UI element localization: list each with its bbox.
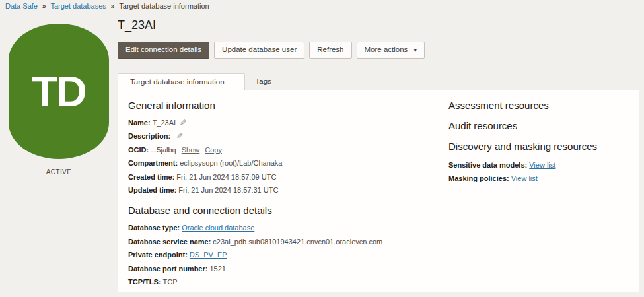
page: { "breadcrumb": { "separator": "\u00bb",…: [0, 0, 644, 297]
field-database-service-name-value: c23ai_pdb.sub08101943421.cnvcn01.oraclev…: [213, 238, 382, 246]
field-name: Name:T_23AI✎: [128, 119, 439, 127]
database-connection-heading: Database and connection details: [128, 205, 439, 216]
field-compartment-value: eclipsysopn (root)/Lab/Chanaka: [180, 159, 282, 167]
sensitive-data-models-view-list-link[interactable]: View list: [529, 161, 555, 169]
tab-target-database-information[interactable]: Target database information: [118, 73, 245, 90]
ocid-copy-link[interactable]: Copy: [205, 146, 222, 154]
field-compartment: Compartment:eclipsysopn (root)/Lab/Chana…: [128, 159, 439, 167]
breadcrumb-separator: »: [42, 3, 46, 10]
left-rail: TD ACTIVE: [0, 16, 118, 176]
status-badge: ACTIVE: [0, 168, 118, 176]
breadcrumb-separator: »: [111, 3, 115, 10]
field-sensitive-data-models: Sensitive data models:View list: [448, 161, 632, 169]
more-actions-button[interactable]: More actions ▾: [357, 42, 425, 59]
tab-bar: Target database information Tags: [118, 73, 644, 90]
field-database-port: Database port number:1521: [128, 265, 439, 273]
breadcrumb-link-target-databases[interactable]: Target databases: [50, 2, 106, 10]
target-database-initials: TD: [32, 71, 85, 113]
field-database-port-value: 1521: [209, 265, 225, 273]
more-actions-label: More actions: [365, 46, 408, 53]
field-ocid-value: ...5jalbq: [151, 146, 176, 154]
field-masking-policies: Masking policies:View list: [448, 174, 632, 182]
page-title: T_23AI: [118, 18, 644, 32]
field-tcp-tls-value: TCP: [163, 278, 178, 286]
field-created-time: Created time:Fri, 21 Jun 2024 18:57:09 U…: [128, 173, 439, 181]
database-type-link[interactable]: Oracle cloud database: [182, 224, 254, 232]
ocid-show-link[interactable]: Show: [182, 146, 200, 154]
private-endpoint-link[interactable]: DS_PV_EP: [190, 251, 227, 259]
field-tcp-tls: TCP/TLS:TCP: [128, 278, 439, 286]
field-updated-time: Updated time:Fri, 21 Jun 2024 18:57:31 U…: [128, 186, 439, 194]
field-updated-time-value: Fri, 21 Jun 2024 18:57:31 UTC: [178, 186, 278, 194]
field-private-endpoint: Private endpoint:DS_PV_EP: [128, 251, 439, 259]
target-database-icon: TD: [9, 24, 109, 159]
refresh-button[interactable]: Refresh: [309, 42, 351, 59]
field-created-time-value: Fri, 21 Jun 2024 18:57:09 UTC: [176, 173, 276, 181]
resources-column: Assessment resources Audit resources Dis…: [448, 94, 632, 188]
main-content: T_23AI Edit connection details Update da…: [118, 18, 644, 292]
edit-description-icon[interactable]: ✎: [176, 132, 183, 140]
discovery-masking-heading: Discovery and masking resources: [448, 141, 632, 152]
masking-policies-view-list-link[interactable]: View list: [511, 174, 538, 182]
assessment-resources-heading: Assessment resources: [448, 100, 632, 111]
tab-tags[interactable]: Tags: [245, 73, 282, 90]
chevron-down-icon: ▾: [414, 47, 417, 53]
tab-content-card: General information Name:T_23AI✎ Descrip…: [118, 90, 639, 292]
update-database-user-button[interactable]: Update database user: [214, 42, 304, 59]
audit-resources-heading: Audit resources: [448, 120, 632, 131]
field-name-value: T_23AI: [153, 119, 176, 127]
field-description: Description:✎: [128, 132, 439, 140]
edit-connection-details-button[interactable]: Edit connection details: [118, 42, 209, 59]
general-information-heading: General information: [128, 100, 439, 111]
breadcrumb-link-data-safe[interactable]: Data Safe: [5, 2, 38, 10]
field-ocid: OCID:...5jalbqShowCopy: [128, 146, 439, 154]
toolbar: Edit connection details Update database …: [118, 42, 644, 59]
field-database-type: Database type:Oracle cloud database: [128, 224, 439, 232]
details-column: General information Name:T_23AI✎ Descrip…: [128, 94, 439, 292]
breadcrumb: Data Safe » Target databases » Target da…: [5, 2, 209, 10]
field-database-service-name: Database service name:c23ai_pdb.sub08101…: [128, 238, 439, 246]
breadcrumb-current: Target database information: [119, 2, 209, 10]
edit-name-icon[interactable]: ✎: [180, 119, 186, 127]
